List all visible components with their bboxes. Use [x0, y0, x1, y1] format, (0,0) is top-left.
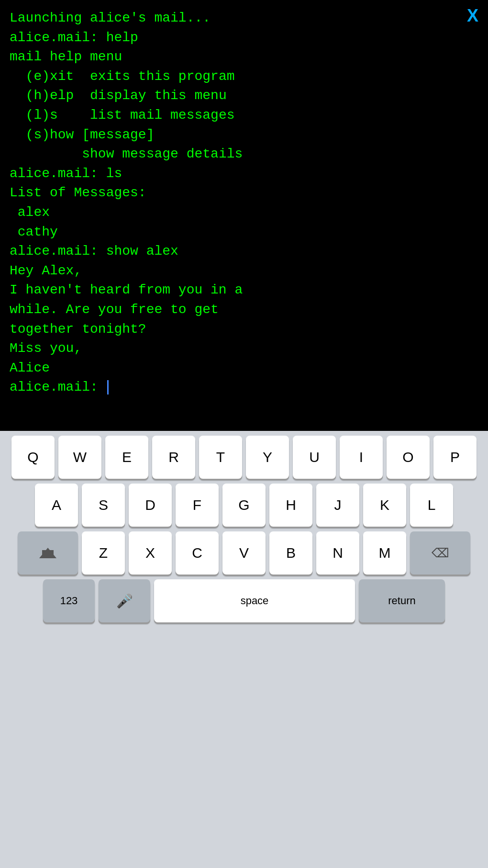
key-i[interactable]: I: [340, 436, 383, 479]
key-u[interactable]: U: [293, 436, 336, 479]
key-q[interactable]: Q: [11, 436, 55, 479]
key-b[interactable]: B: [269, 531, 312, 575]
key-c[interactable]: C: [176, 531, 219, 575]
key-l[interactable]: L: [410, 484, 453, 527]
key-g[interactable]: G: [222, 484, 266, 527]
key-d[interactable]: D: [129, 484, 172, 527]
backspace-icon: ⌫: [432, 546, 449, 561]
key-o[interactable]: O: [387, 436, 430, 479]
return-label: return: [388, 595, 415, 607]
key-m[interactable]: M: [363, 531, 406, 575]
key-r[interactable]: R: [152, 436, 195, 479]
space-label: space: [241, 595, 269, 607]
terminal-output: Launching alice's mail... alice.mail: he…: [10, 9, 478, 397]
key-a[interactable]: A: [35, 484, 78, 527]
keyboard-row-1: QWERTYUIOP: [2, 436, 486, 479]
key-k[interactable]: K: [363, 484, 406, 527]
keyboard-row-bottom: 123 🎤 space return: [2, 579, 486, 622]
mic-key[interactable]: 🎤: [99, 579, 150, 622]
num-label: 123: [60, 595, 78, 607]
key-v[interactable]: V: [222, 531, 266, 575]
key-e[interactable]: E: [105, 436, 148, 479]
space-key[interactable]: space: [154, 579, 355, 622]
text-cursor: [107, 380, 109, 395]
key-h[interactable]: H: [269, 484, 312, 527]
close-button[interactable]: X: [467, 6, 478, 26]
key-z[interactable]: Z: [82, 531, 125, 575]
return-key[interactable]: return: [359, 579, 445, 622]
key-t[interactable]: T: [199, 436, 242, 479]
backspace-key[interactable]: ⌫: [410, 531, 470, 575]
key-w[interactable]: W: [58, 436, 101, 479]
keyboard: QWERTYUIOP ASDFGHJKL ZXCVBNM ⌫ 123 🎤 spa…: [0, 431, 488, 868]
mic-icon: 🎤: [116, 593, 133, 609]
keyboard-row-2: ASDFGHJKL: [2, 484, 486, 527]
key-j[interactable]: J: [316, 484, 359, 527]
keyboard-row-3: ZXCVBNM ⌫: [2, 531, 486, 575]
key-s[interactable]: S: [82, 484, 125, 527]
shift-key[interactable]: [18, 531, 78, 575]
key-p[interactable]: P: [433, 436, 477, 479]
key-f[interactable]: F: [176, 484, 219, 527]
key-x[interactable]: X: [129, 531, 172, 575]
key-y[interactable]: Y: [246, 436, 289, 479]
terminal-screen: X Launching alice's mail... alice.mail: …: [0, 0, 488, 431]
key-n[interactable]: N: [316, 531, 359, 575]
num-key[interactable]: 123: [43, 579, 95, 622]
